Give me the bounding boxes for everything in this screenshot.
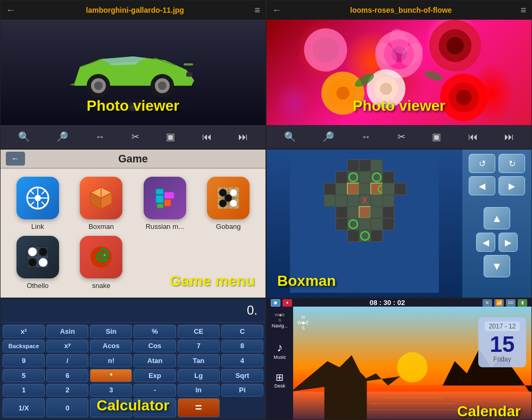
c-btn[interactable]: C — [221, 325, 263, 338]
game-icon-snake[interactable]: snake — [72, 236, 131, 290]
multiply-btn[interactable]: * — [90, 369, 132, 382]
frame-btn[interactable]: ▣ — [163, 129, 178, 145]
photo2-zoom-out[interactable]: 🔍 — [281, 129, 299, 145]
othello-icon-box — [16, 236, 59, 278]
3-btn[interactable]: 3 — [90, 384, 132, 397]
svg-text:X: X — [350, 184, 356, 193]
game-icon-link[interactable]: Link — [9, 177, 67, 230]
9-btn[interactable]: 9 — [3, 354, 45, 367]
snake-icon-svg — [88, 244, 114, 270]
ctrl-row-prev-next: ◀ ▶ — [467, 176, 527, 195]
photo2-prev[interactable]: ⏮ — [465, 129, 481, 145]
rotate-btn[interactable]: ↔ — [92, 129, 108, 145]
game-menu-panel: ← Game Link — [0, 149, 266, 298]
svg-rect-114 — [347, 230, 359, 242]
dot-btn[interactable]: . — [134, 398, 176, 417]
undo-btn[interactable]: ↺ — [469, 154, 495, 173]
svg-point-67 — [39, 248, 47, 256]
x2-btn[interactable]: x² — [3, 325, 45, 338]
atan-btn[interactable]: Atan — [134, 354, 176, 367]
game-icon-boxman[interactable]: Boxman — [72, 177, 131, 230]
status-right-icons: B 📶 SD ▮ — [483, 299, 527, 307]
svg-rect-50 — [157, 204, 163, 208]
move-left-btn[interactable]: ◀ — [476, 233, 495, 252]
signal-icon: 📶 — [494, 299, 504, 307]
reciprocal-btn[interactable]: 1/X — [3, 398, 45, 417]
photo1-menu-btn[interactable]: ≡ — [254, 5, 260, 16]
sidebar-navigate-btn[interactable]: W◆E S Navig... — [270, 311, 289, 330]
svg-rect-111 — [359, 218, 371, 230]
photo2-crop[interactable]: ✂ — [394, 129, 409, 145]
svg-point-66 — [28, 248, 37, 256]
equals-btn[interactable]: = — [178, 398, 220, 417]
6-btn[interactable]: 6 — [46, 369, 88, 382]
russian-icon-box — [144, 177, 186, 219]
desk-label: Desk — [275, 383, 286, 389]
photo2-next[interactable]: ⏭ — [501, 129, 517, 145]
ln-btn[interactable]: ln — [178, 384, 220, 397]
game-icon-othello[interactable]: Othello — [9, 236, 67, 290]
svg-rect-89 — [359, 183, 371, 195]
svg-rect-8 — [184, 63, 193, 65]
acos-btn[interactable]: Acos — [90, 340, 132, 353]
compass-rose: N W◆E S — [297, 315, 309, 331]
move-right-btn[interactable]: ▶ — [498, 233, 518, 252]
percent-btn[interactable]: % — [134, 325, 176, 338]
crop-btn[interactable]: ✂ — [128, 129, 143, 145]
8-btn[interactable]: 8 — [221, 340, 263, 353]
sidebar-music-btn[interactable]: ♪ Music — [270, 341, 289, 360]
sidebar-desk-btn[interactable]: ⊞ Desk — [270, 370, 289, 390]
0-btn[interactable]: 0 — [46, 398, 88, 417]
svg-rect-77 — [371, 160, 383, 171]
sqrt-btn[interactable]: Sqrt — [221, 369, 263, 382]
zoom-out-btn[interactable]: 🔍 — [15, 129, 33, 145]
photo2-toolbar: 🔍 🔎 ↔ ✂ ▣ ⏮ ⏭ — [267, 125, 531, 149]
game-title: Game — [118, 153, 148, 165]
gobang-icon-box — [207, 177, 250, 219]
asin-btn[interactable]: Asin — [46, 325, 88, 338]
photo2-frame[interactable]: ▣ — [429, 129, 444, 145]
next-level-btn[interactable]: ▶ — [498, 176, 525, 195]
minus-btn[interactable]: - — [134, 384, 176, 397]
boxman-label: Boxman — [88, 223, 114, 230]
move-up-btn[interactable]: ▲ — [484, 207, 510, 229]
plusminus-btn[interactable]: +/- — [90, 398, 132, 417]
pi-btn[interactable]: Pi — [221, 384, 263, 397]
ctrl-row-down: ▼ — [467, 255, 527, 277]
svg-line-35 — [30, 190, 34, 194]
photo2-zoom-in[interactable]: 🔎 — [319, 129, 337, 145]
xy-btn[interactable]: xʸ — [46, 340, 88, 353]
redo-btn[interactable]: ↻ — [498, 154, 525, 173]
svg-point-60 — [230, 200, 237, 207]
sd-icon: SD — [506, 299, 516, 307]
prev-photo-btn[interactable]: ⏮ — [199, 129, 215, 145]
exp-btn[interactable]: Exp — [134, 369, 176, 382]
backspace-btn[interactable]: Backspace — [3, 340, 45, 353]
game-back-btn[interactable]: ← — [6, 152, 25, 166]
next-photo-btn[interactable]: ⏭ — [235, 129, 251, 145]
game-icon-russian[interactable]: Russian m... — [136, 177, 194, 230]
2-btn[interactable]: 2 — [46, 384, 88, 397]
cos-btn[interactable]: Cos — [134, 340, 176, 353]
photo1-back-btn[interactable]: ← — [6, 5, 15, 16]
photo2-rotate[interactable]: ↔ — [358, 129, 374, 145]
ce-btn[interactable]: CE — [178, 325, 220, 338]
photo2-back-btn[interactable]: ← — [272, 5, 281, 16]
svg-text:X: X — [362, 196, 368, 205]
boxman-puzzle: X X X — [290, 154, 439, 293]
zoom-in-btn[interactable]: 🔎 — [53, 129, 71, 145]
divide-btn[interactable]: / — [46, 354, 88, 367]
game-icon-gobang[interactable]: Gobang — [200, 177, 258, 230]
screen-icon: ▣ — [271, 299, 280, 307]
1-btn[interactable]: 1 — [3, 384, 45, 397]
4-btn[interactable]: 4 — [221, 354, 263, 367]
move-down-btn[interactable]: ▼ — [484, 255, 510, 277]
prev-level-btn[interactable]: ◀ — [469, 176, 495, 195]
5-btn[interactable]: 5 — [3, 369, 45, 382]
nfact-btn[interactable]: n! — [90, 354, 132, 367]
tan-btn[interactable]: Tan — [178, 354, 220, 367]
photo2-menu-btn[interactable]: ≡ — [520, 5, 526, 16]
lg-btn[interactable]: Lg — [178, 369, 220, 382]
sin-btn[interactable]: Sin — [90, 325, 132, 338]
7-btn[interactable]: 7 — [178, 340, 220, 353]
